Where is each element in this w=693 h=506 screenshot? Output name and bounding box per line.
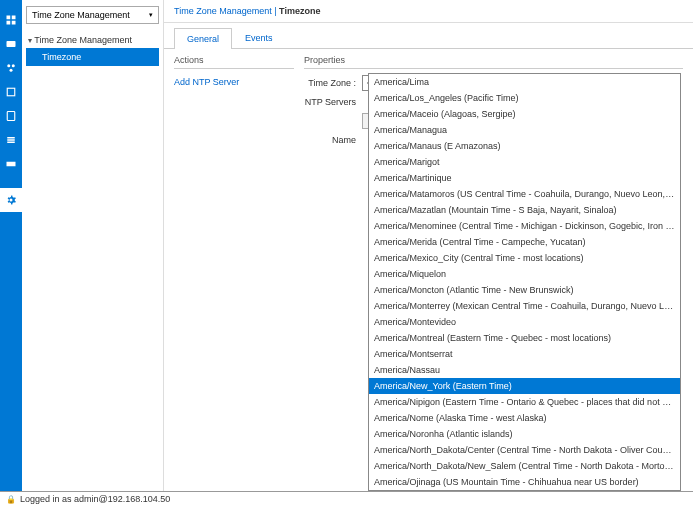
- timezone-option[interactable]: America/Marigot: [369, 154, 680, 170]
- timezone-option[interactable]: America/Mexico_City (Central Time - most…: [369, 250, 680, 266]
- breadcrumb: Time Zone Management | Timezone: [164, 0, 693, 23]
- actions-header: Actions: [174, 55, 294, 69]
- ntp-servers-label: NTP Servers: [304, 97, 362, 107]
- timezone-option[interactable]: America/Miquelon: [369, 266, 680, 282]
- svg-rect-1: [12, 16, 16, 20]
- timezone-option[interactable]: America/North_Dakota/Center (Central Tim…: [369, 442, 680, 458]
- svg-rect-13: [7, 162, 16, 167]
- nav-icon-settings[interactable]: [0, 188, 22, 212]
- add-ntp-server-link[interactable]: Add NTP Server: [174, 75, 294, 89]
- svg-rect-12: [7, 142, 15, 144]
- timezone-option[interactable]: America/Matamoros (US Central Time - Coa…: [369, 186, 680, 202]
- nav-icon-5[interactable]: [0, 104, 22, 128]
- svg-point-6: [12, 64, 15, 67]
- svg-rect-10: [7, 137, 15, 139]
- timezone-option[interactable]: America/Ojinaga (US Mountain Time - Chih…: [369, 474, 680, 490]
- breadcrumb-current: Timezone: [279, 6, 320, 16]
- svg-rect-3: [12, 21, 16, 25]
- breadcrumb-root[interactable]: Time Zone Management: [174, 6, 272, 16]
- tab-events[interactable]: Events: [232, 27, 286, 48]
- timezone-option[interactable]: America/Mazatlan (Mountain Time - S Baja…: [369, 202, 680, 218]
- timezone-dropdown-list[interactable]: America/LimaAmerica/Los_Angeles (Pacific…: [368, 73, 681, 491]
- timezone-option[interactable]: America/New_York (Eastern Time): [369, 378, 680, 394]
- timezone-option[interactable]: America/Montserrat: [369, 346, 680, 362]
- timezone-option[interactable]: America/Nome (Alaska Time - west Alaska): [369, 410, 680, 426]
- timezone-option[interactable]: America/Moncton (Atlantic Time - New Bru…: [369, 282, 680, 298]
- svg-rect-9: [7, 112, 15, 121]
- timezone-option[interactable]: America/North_Dakota/New_Salem (Central …: [369, 458, 680, 474]
- timezone-option[interactable]: America/Montevideo: [369, 314, 680, 330]
- module-dropdown-label: Time Zone Management: [32, 10, 130, 20]
- tree-child-timezone[interactable]: Timezone: [26, 48, 159, 66]
- timezone-option[interactable]: America/Nassau: [369, 362, 680, 378]
- timezone-option[interactable]: America/Montreal (Eastern Time - Quebec …: [369, 330, 680, 346]
- svg-rect-8: [7, 88, 15, 96]
- svg-point-7: [10, 69, 13, 72]
- timezone-option[interactable]: America/Maceio (Alagoas, Sergipe): [369, 106, 680, 122]
- svg-rect-11: [7, 139, 15, 141]
- status-bar: 🔒 Logged in as admin@192.168.104.50: [0, 491, 693, 506]
- timezone-option[interactable]: America/Nipigon (Eastern Time - Ontario …: [369, 394, 680, 410]
- timezone-option[interactable]: America/Martinique: [369, 170, 680, 186]
- module-dropdown[interactable]: Time Zone Management ▾: [26, 6, 159, 24]
- timezone-option[interactable]: America/Manaus (E Amazonas): [369, 138, 680, 154]
- tab-general[interactable]: General: [174, 28, 232, 49]
- tree-parent[interactable]: Time Zone Management: [26, 32, 159, 48]
- svg-rect-4: [7, 41, 16, 47]
- left-iconbar: [0, 0, 22, 491]
- svg-rect-2: [7, 21, 11, 25]
- nav-icon-4[interactable]: [0, 80, 22, 104]
- nav-icon-7[interactable]: [0, 152, 22, 176]
- nav-icon-1[interactable]: [0, 8, 22, 32]
- sidebar: Time Zone Management ▾ Time Zone Managem…: [22, 0, 164, 491]
- timezone-option[interactable]: America/Los_Angeles (Pacific Time): [369, 90, 680, 106]
- chevron-down-icon: ▾: [149, 11, 153, 19]
- timezone-option[interactable]: America/Lima: [369, 74, 680, 90]
- timezone-option[interactable]: America/Menominee (Central Time - Michig…: [369, 218, 680, 234]
- name-label: Name: [304, 135, 362, 145]
- nav-icon-2[interactable]: [0, 32, 22, 56]
- status-text: Logged in as admin@192.168.104.50: [20, 494, 170, 504]
- tabs: General Events: [164, 27, 693, 49]
- lock-icon: 🔒: [6, 495, 16, 504]
- timezone-label: Time Zone :: [304, 78, 362, 88]
- actions-column: Actions Add NTP Server: [174, 55, 294, 491]
- timezone-option[interactable]: America/Managua: [369, 122, 680, 138]
- nav-icon-3[interactable]: [0, 56, 22, 80]
- timezone-option[interactable]: America/Panama: [369, 490, 680, 491]
- timezone-option[interactable]: America/Noronha (Atlantic islands): [369, 426, 680, 442]
- main-panel: Time Zone Management | Timezone General …: [164, 0, 693, 491]
- nav-icon-6[interactable]: [0, 128, 22, 152]
- svg-rect-0: [7, 16, 11, 20]
- properties-column: Properties Time Zone : <not set> ▾ NTP S…: [304, 55, 683, 491]
- properties-header: Properties: [304, 55, 683, 69]
- timezone-option[interactable]: America/Merida (Central Time - Campeche,…: [369, 234, 680, 250]
- timezone-option[interactable]: America/Monterrey (Mexican Central Time …: [369, 298, 680, 314]
- svg-point-5: [7, 64, 10, 67]
